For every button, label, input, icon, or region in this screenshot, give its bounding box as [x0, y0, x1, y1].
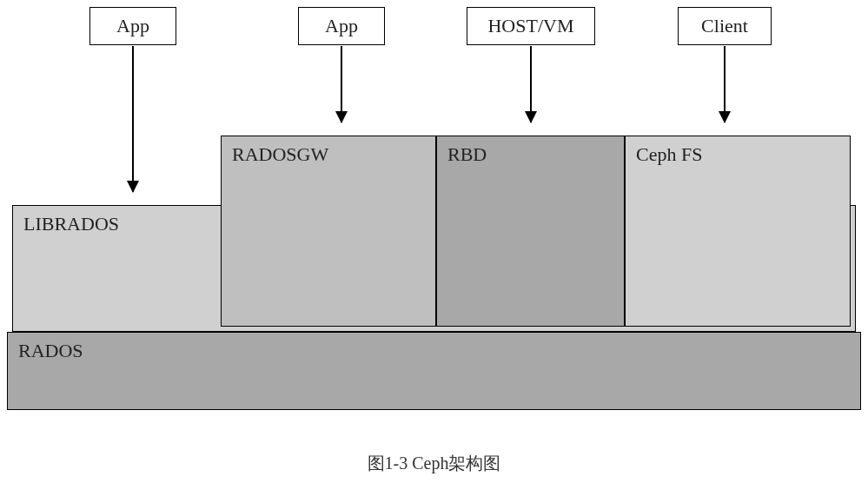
arrow-icon — [724, 46, 726, 122]
client-box-app-1: App — [89, 7, 176, 45]
layer-label: RADOSGW — [232, 143, 328, 166]
layer-label: LIBRADOS — [23, 213, 119, 235]
client-box-client: Client — [678, 7, 772, 45]
arrow-icon — [132, 46, 134, 192]
layer-label: Ceph FS — [636, 143, 702, 166]
layer-label: RBD — [447, 143, 487, 166]
layer-rados: RADOS — [7, 332, 861, 410]
client-label: App — [325, 15, 358, 37]
arrow-icon — [530, 46, 532, 122]
client-label: HOST/VM — [487, 15, 573, 37]
client-box-app-2: App — [298, 7, 385, 45]
caption-text: 图1-3 Ceph架构图 — [368, 453, 501, 473]
client-label: Client — [701, 15, 748, 37]
layer-label: RADOS — [18, 340, 83, 362]
layer-cephfs: Ceph FS — [625, 136, 851, 327]
figure-caption: 图1-3 Ceph架构图 — [0, 452, 868, 475]
client-box-hostvm: HOST/VM — [467, 7, 595, 45]
arrow-icon — [341, 46, 342, 122]
ceph-architecture-diagram: App App HOST/VM Client RADOS LIBRADOS RA… — [0, 0, 868, 483]
client-label: App — [116, 15, 149, 37]
layer-radosgw: RADOSGW — [221, 136, 436, 327]
layer-rbd: RBD — [436, 136, 625, 327]
